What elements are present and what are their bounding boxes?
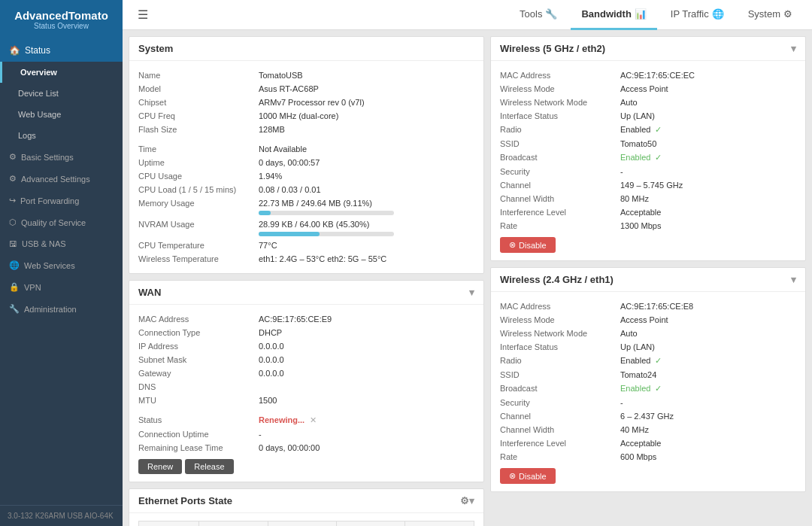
admin-icon: 🔧 xyxy=(9,304,20,314)
forward-icon: ↪ xyxy=(9,196,16,205)
row-24g-security: Security - xyxy=(500,396,796,409)
wireless-5g-body: MAC Address AC:9E:17:65:CE:EC Wireless M… xyxy=(491,61,805,260)
row-5g-interface: Interface Status Up (LAN) xyxy=(500,109,796,123)
row-cpu-temp: CPU Temperature 77°C xyxy=(138,239,474,252)
home-icon: 🏠 xyxy=(9,45,20,56)
sidebar-item-basic-settings[interactable]: ⚙ Basic Settings xyxy=(0,146,123,168)
wireless-24g-body: MAC Address AC:9E:17:65:CE:E8 Wireless M… xyxy=(491,292,805,491)
row-cpu-freq: CPU Freq 1000 MHz (dual-core) xyxy=(138,109,474,123)
row-5g-radio: Radio Enabled xyxy=(500,123,796,137)
row-wan-mac: MAC Address AC:9E:17:65:CE:E9 xyxy=(138,312,474,326)
sidebar-item-administration[interactable]: 🔧 Administration xyxy=(0,298,123,320)
bandwidth-icon: 📊 xyxy=(635,8,647,20)
wireless-24g-disable-button[interactable]: Disable xyxy=(500,468,556,484)
sidebar-item-port-forwarding[interactable]: ↪ Port Forwarding xyxy=(0,190,123,211)
wireless-5g-collapse-icon[interactable] xyxy=(791,43,796,54)
row-wan-gateway: Gateway 0.0.0.0 xyxy=(138,366,474,380)
web-icon: 🌐 xyxy=(9,260,20,270)
row-chipset: Chipset ARMv7 Processor rev 0 (v7l) xyxy=(138,96,474,109)
tab-system[interactable]: System ⚙ xyxy=(738,0,803,30)
radio-5g-check-icon xyxy=(653,125,662,134)
sidebar-item-status[interactable]: 🏠 Status xyxy=(0,39,123,62)
row-time: Time Not Available xyxy=(138,142,474,156)
row-name: Name TomatoUSB xyxy=(138,68,474,82)
wan-status-value: Renewing... xyxy=(259,415,304,424)
row-5g-interference: Interference Level Acceptable xyxy=(500,205,796,219)
memory-bar-bg xyxy=(259,211,394,215)
row-24g-interference: Interference Level Acceptable xyxy=(500,436,796,450)
wan-card-body: MAC Address AC:9E:17:65:CE:E9 Connection… xyxy=(129,305,483,482)
row-5g-security: Security - xyxy=(500,165,796,178)
row-nvram: NVRAM Usage 28.99 KB / 64.00 KB (45.30%) xyxy=(138,217,474,239)
wireless-5g-disable-button[interactable]: Disable xyxy=(500,237,556,253)
eth-col-lan1: LAN 1 xyxy=(199,521,268,527)
wireless-5g-header: Wireless (5 GHz / eth2) xyxy=(491,37,805,61)
app-name: AdvancedTomato xyxy=(8,9,115,22)
sidebar-status-section: 🏠 Status Overview Device List Web Usage … xyxy=(0,39,123,146)
main-area: ☰ Tools 🔧 Bandwidth 📊 IP Traffic 🌐 Syste… xyxy=(123,0,812,526)
ethernet-title: Ethernet Ports State xyxy=(138,495,232,506)
sidebar-item-web-usage[interactable]: Web Usage xyxy=(0,104,123,125)
tools-icon: 🔧 xyxy=(545,8,557,20)
wan-title: WAN xyxy=(138,287,161,298)
eth-col-lan2: LAN 2 xyxy=(268,521,336,527)
tab-iptraffic[interactable]: IP Traffic 🌐 xyxy=(660,0,735,30)
row-24g-broadcast: Broadcast Enabled xyxy=(500,382,796,396)
eth-col-lan4: LAN 4 xyxy=(405,521,474,527)
wireless-24g-header: Wireless (2.4 GHz / eth1) xyxy=(491,268,805,292)
sidebar: AdvancedTomato Status Overview 🏠 Status … xyxy=(0,0,123,526)
row-5g-netmode: Wireless Network Mode Auto xyxy=(500,96,796,109)
right-column: Wireless (5 GHz / eth2) MAC Address AC:9… xyxy=(490,36,806,520)
qos-icon: ⬡ xyxy=(9,217,17,227)
sidebar-item-usb-nas[interactable]: 🖫 USB & NAS xyxy=(0,233,123,254)
radio-24g-check-icon xyxy=(653,356,662,365)
tab-tools[interactable]: Tools 🔧 xyxy=(509,0,568,30)
disable-24g-icon xyxy=(509,471,516,481)
row-wan-subnet: Subnet Mask 0.0.0.0 xyxy=(138,353,474,366)
vpn-icon: 🔒 xyxy=(9,282,20,292)
sidebar-header: AdvancedTomato Status Overview xyxy=(0,0,123,39)
app-subtitle: Status Overview xyxy=(8,22,115,30)
ethernet-collapse-icon[interactable] xyxy=(469,495,474,506)
wireless-24g-btn-group: Disable xyxy=(500,468,796,484)
sidebar-item-qos[interactable]: ⬡ Quality of Service xyxy=(0,211,123,233)
sidebar-item-web-services[interactable]: 🌐 Web Services xyxy=(0,254,123,276)
row-cpu-usage: CPU Usage 1.94% xyxy=(138,169,474,183)
sidebar-item-device-list[interactable]: Device List xyxy=(0,83,123,104)
settings-icon: ⚙ xyxy=(9,152,17,162)
wireless-5g-card: Wireless (5 GHz / eth2) MAC Address AC:9… xyxy=(490,36,806,261)
ethernet-card-header: Ethernet Ports State xyxy=(129,489,483,513)
wireless-24g-collapse-icon[interactable] xyxy=(791,274,796,285)
wan-card-header: WAN xyxy=(129,281,483,305)
wireless-24g-card: Wireless (2.4 GHz / eth1) MAC Address AC… xyxy=(490,267,806,492)
sidebar-item-advanced-settings[interactable]: ⚙ Advanced Settings xyxy=(0,168,123,190)
topnav: ☰ Tools 🔧 Bandwidth 📊 IP Traffic 🌐 Syste… xyxy=(123,0,812,30)
row-5g-mode: Wireless Mode Access Point xyxy=(500,82,796,96)
sidebar-item-logs[interactable]: Logs xyxy=(0,125,123,146)
wan-renew-button[interactable]: Renew xyxy=(138,459,182,474)
hamburger-menu[interactable]: ☰ xyxy=(132,5,154,25)
row-24g-channel: Channel 6 – 2.437 GHz xyxy=(500,409,796,423)
row-24g-mode: Wireless Mode Access Point xyxy=(500,313,796,327)
wan-collapse-icon[interactable] xyxy=(469,287,474,298)
broadcast-5g-check-icon xyxy=(653,153,662,162)
tab-bandwidth[interactable]: Bandwidth 📊 xyxy=(571,0,656,30)
nvram-bar-bg xyxy=(259,232,394,236)
nvram-bar-fill xyxy=(259,232,320,236)
row-5g-channel: Channel 149 – 5.745 GHz xyxy=(500,178,796,192)
sidebar-item-vpn[interactable]: 🔒 VPN xyxy=(0,276,123,298)
row-wan-dns: DNS xyxy=(138,380,474,394)
eth-col-lan3: LAN 3 xyxy=(337,521,405,527)
wan-release-button[interactable]: Release xyxy=(185,459,233,474)
row-24g-netmode: Wireless Network Mode Auto xyxy=(500,327,796,340)
row-wan-conntype: Connection Type DHCP xyxy=(138,326,474,339)
row-wan-conn-uptime: Connection Uptime - xyxy=(138,427,474,441)
globe-icon: 🌐 xyxy=(712,8,724,20)
row-wan-lease: Remaining Lease Time 0 days, 00:00:00 xyxy=(138,441,474,455)
wireless-5g-btn-group: Disable xyxy=(500,237,796,253)
wan-status-clear[interactable]: ✕ xyxy=(310,415,317,424)
ethernet-gear-icon[interactable] xyxy=(460,495,469,506)
row-24g-mac: MAC Address AC:9E:17:65:CE:E8 xyxy=(500,299,796,313)
row-5g-chwidth: Channel Width 80 MHz xyxy=(500,192,796,205)
sidebar-item-overview[interactable]: Overview xyxy=(0,62,123,83)
